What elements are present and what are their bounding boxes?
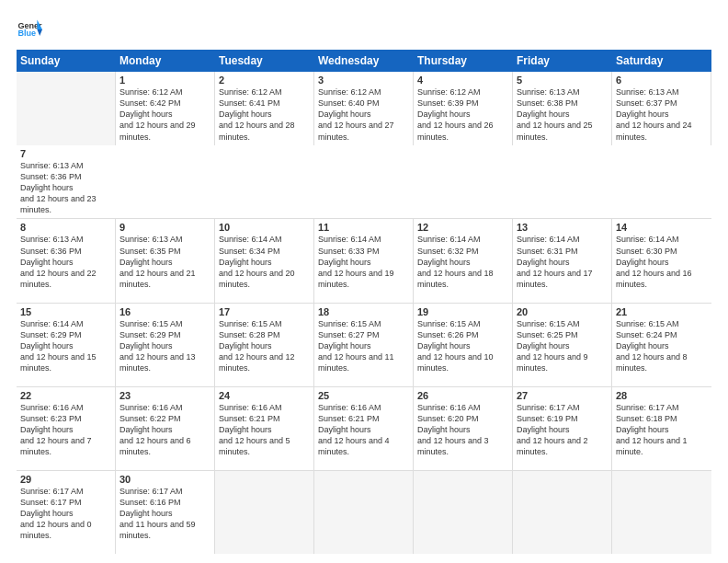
cell-info: Sunrise: 6:16 AMSunset: 6:21 PMDaylight … [219, 402, 310, 458]
header-day-saturday: Saturday [612, 50, 711, 72]
cell-info: Sunrise: 6:13 AMSunset: 6:38 PMDaylight … [517, 86, 608, 143]
cell-info: Sunrise: 6:17 AMSunset: 6:16 PMDaylight … [119, 486, 210, 542]
day-number: 7 [20, 148, 112, 159]
calendar-cell: 26Sunrise: 6:16 AMSunset: 6:20 PMDayligh… [414, 387, 513, 470]
cell-info: Sunrise: 6:12 AMSunset: 6:40 PMDaylight … [318, 86, 409, 143]
day-number: 30 [119, 474, 210, 485]
cell-info: Sunrise: 6:17 AMSunset: 6:18 PMDaylight … [616, 402, 708, 458]
cell-info: Sunrise: 6:14 AMSunset: 6:31 PMDaylight … [517, 234, 608, 290]
cell-info: Sunrise: 6:15 AMSunset: 6:24 PMDaylight … [616, 318, 708, 374]
cell-info: Sunrise: 6:12 AMSunset: 6:42 PMDaylight … [119, 86, 210, 143]
cell-info: Sunrise: 6:14 AMSunset: 6:33 PMDaylight … [318, 234, 409, 290]
calendar-row-1: 8Sunrise: 6:13 AMSunset: 6:36 PMDaylight… [17, 219, 711, 303]
calendar-header: SundayMondayTuesdayWednesdayThursdayFrid… [17, 50, 711, 72]
calendar-cell: 30Sunrise: 6:17 AMSunset: 6:16 PMDayligh… [116, 471, 215, 554]
svg-text:Blue: Blue [17, 29, 36, 38]
day-number: 28 [616, 390, 708, 401]
cell-info: Sunrise: 6:12 AMSunset: 6:41 PMDaylight … [219, 86, 310, 143]
day-number: 20 [517, 306, 608, 317]
header-day-friday: Friday [513, 50, 612, 72]
calendar-cell: 29Sunrise: 6:17 AMSunset: 6:17 PMDayligh… [17, 471, 116, 554]
day-number: 10 [219, 222, 310, 233]
calendar-cell [215, 471, 314, 554]
day-number: 26 [417, 390, 508, 401]
calendar-cell: 10Sunrise: 6:14 AMSunset: 6:34 PMDayligh… [215, 219, 314, 302]
calendar-cell: 6Sunrise: 6:13 AMSunset: 6:37 PMDaylight… [612, 72, 711, 145]
cell-info: Sunrise: 6:14 AMSunset: 6:32 PMDaylight … [417, 234, 508, 290]
calendar-cell: 18Sunrise: 6:15 AMSunset: 6:27 PMDayligh… [314, 304, 414, 386]
calendar-cell: 22Sunrise: 6:16 AMSunset: 6:23 PMDayligh… [17, 387, 116, 470]
day-number: 19 [417, 306, 508, 317]
calendar-cell: 23Sunrise: 6:16 AMSunset: 6:22 PMDayligh… [116, 387, 215, 470]
cell-info: Sunrise: 6:17 AMSunset: 6:19 PMDaylight … [517, 402, 608, 458]
cell-info: Sunrise: 6:15 AMSunset: 6:28 PMDaylight … [219, 318, 310, 374]
calendar-cell [612, 471, 711, 554]
cell-info: Sunrise: 6:14 AMSunset: 6:29 PMDaylight … [20, 318, 111, 374]
calendar-cell [17, 72, 116, 145]
cell-info: Sunrise: 6:13 AMSunset: 6:36 PMDaylight … [20, 160, 112, 216]
day-number: 8 [20, 222, 111, 233]
day-number: 23 [119, 390, 210, 401]
calendar-cell: 7Sunrise: 6:13 AMSunset: 6:36 PMDaylight… [17, 145, 116, 219]
calendar-cell: 20Sunrise: 6:15 AMSunset: 6:25 PMDayligh… [513, 304, 612, 386]
header-day-monday: Monday [116, 50, 215, 72]
cell-info: Sunrise: 6:13 AMSunset: 6:37 PMDaylight … [616, 86, 707, 143]
day-number: 25 [318, 390, 409, 401]
day-number: 22 [20, 390, 111, 401]
cell-info: Sunrise: 6:16 AMSunset: 6:23 PMDaylight … [20, 402, 111, 458]
calendar-cell: 19Sunrise: 6:15 AMSunset: 6:26 PMDayligh… [414, 304, 513, 386]
calendar-cell: 9Sunrise: 6:13 AMSunset: 6:35 PMDaylight… [116, 219, 215, 302]
day-number: 6 [616, 75, 707, 86]
calendar-row-0: 1Sunrise: 6:12 AMSunset: 6:42 PMDaylight… [17, 72, 711, 219]
cell-info: Sunrise: 6:14 AMSunset: 6:34 PMDaylight … [219, 234, 310, 290]
cell-info: Sunrise: 6:16 AMSunset: 6:21 PMDaylight … [318, 402, 409, 458]
day-number: 3 [318, 75, 409, 86]
day-number: 24 [219, 390, 310, 401]
header-day-thursday: Thursday [414, 50, 513, 72]
calendar-cell: 28Sunrise: 6:17 AMSunset: 6:18 PMDayligh… [612, 387, 711, 470]
calendar-cell: 21Sunrise: 6:15 AMSunset: 6:24 PMDayligh… [612, 304, 711, 386]
calendar-cell: 27Sunrise: 6:17 AMSunset: 6:19 PMDayligh… [513, 387, 612, 470]
calendar-cell [513, 471, 612, 554]
cell-info: Sunrise: 6:16 AMSunset: 6:22 PMDaylight … [119, 402, 210, 458]
calendar-cell: 1Sunrise: 6:12 AMSunset: 6:42 PMDaylight… [116, 72, 215, 145]
day-number: 5 [517, 75, 608, 86]
calendar-cell: 5Sunrise: 6:13 AMSunset: 6:38 PMDaylight… [513, 72, 612, 145]
calendar-cell: 15Sunrise: 6:14 AMSunset: 6:29 PMDayligh… [17, 304, 116, 386]
day-number: 13 [517, 222, 608, 233]
day-number: 2 [219, 75, 310, 86]
day-number: 15 [20, 306, 111, 317]
day-number: 1 [119, 75, 210, 86]
calendar-cell: 24Sunrise: 6:16 AMSunset: 6:21 PMDayligh… [215, 387, 314, 470]
day-number: 12 [417, 222, 508, 233]
calendar-cell: 3Sunrise: 6:12 AMSunset: 6:40 PMDaylight… [314, 72, 414, 145]
calendar-cell: 13Sunrise: 6:14 AMSunset: 6:31 PMDayligh… [513, 219, 612, 302]
cell-info: Sunrise: 6:15 AMSunset: 6:27 PMDaylight … [318, 318, 409, 374]
header-day-sunday: Sunday [17, 50, 116, 72]
day-number: 29 [20, 474, 111, 485]
cell-info: Sunrise: 6:12 AMSunset: 6:39 PMDaylight … [417, 86, 508, 143]
calendar-body: 1Sunrise: 6:12 AMSunset: 6:42 PMDaylight… [17, 72, 711, 554]
calendar: SundayMondayTuesdayWednesdayThursdayFrid… [17, 50, 711, 554]
calendar-cell: 2Sunrise: 6:12 AMSunset: 6:41 PMDaylight… [215, 72, 314, 145]
day-number: 11 [318, 222, 409, 233]
calendar-cell: 14Sunrise: 6:14 AMSunset: 6:30 PMDayligh… [612, 219, 711, 302]
calendar-cell: 16Sunrise: 6:15 AMSunset: 6:29 PMDayligh… [116, 304, 215, 386]
calendar-cell: 17Sunrise: 6:15 AMSunset: 6:28 PMDayligh… [215, 304, 314, 386]
logo: General Blue [17, 17, 46, 42]
cell-info: Sunrise: 6:13 AMSunset: 6:35 PMDaylight … [119, 234, 210, 290]
cell-info: Sunrise: 6:15 AMSunset: 6:29 PMDaylight … [119, 318, 210, 374]
header-day-wednesday: Wednesday [314, 50, 414, 72]
calendar-cell: 8Sunrise: 6:13 AMSunset: 6:36 PMDaylight… [17, 219, 116, 302]
day-number: 16 [119, 306, 210, 317]
cell-info: Sunrise: 6:14 AMSunset: 6:30 PMDaylight … [616, 234, 708, 290]
cell-info: Sunrise: 6:16 AMSunset: 6:20 PMDaylight … [417, 402, 508, 458]
day-number: 9 [119, 222, 210, 233]
calendar-cell: 11Sunrise: 6:14 AMSunset: 6:33 PMDayligh… [314, 219, 414, 302]
calendar-cell: 4Sunrise: 6:12 AMSunset: 6:39 PMDaylight… [414, 72, 513, 145]
cell-info: Sunrise: 6:15 AMSunset: 6:25 PMDaylight … [517, 318, 608, 374]
day-number: 27 [517, 390, 608, 401]
calendar-cell: 25Sunrise: 6:16 AMSunset: 6:21 PMDayligh… [314, 387, 414, 470]
day-number: 21 [616, 306, 708, 317]
day-number: 4 [417, 75, 508, 86]
